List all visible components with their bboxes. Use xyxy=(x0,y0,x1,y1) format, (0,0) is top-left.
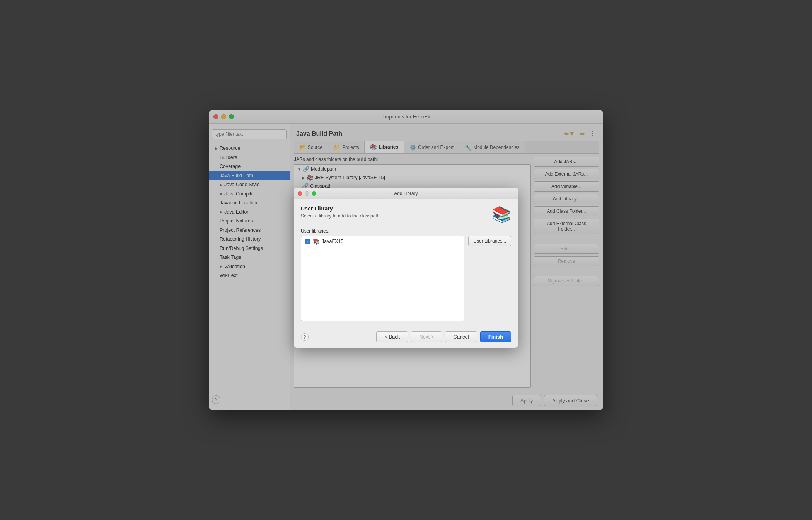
modal-titlebar-buttons xyxy=(298,191,316,196)
modal-min-button xyxy=(305,191,309,196)
checkbox-javafx15[interactable]: ✓ xyxy=(305,239,310,244)
modal-help-button[interactable]: ? xyxy=(301,333,309,341)
cancel-button[interactable]: Cancel xyxy=(445,331,477,342)
user-libraries-label: User libraries: xyxy=(301,228,511,234)
modal-section-desc: Select a library to add to the classpath… xyxy=(301,213,381,219)
main-window: Properties for HelloFX ▶ Resource Builde… xyxy=(209,110,603,410)
modal-title: Add Library xyxy=(394,191,418,196)
modal-footer: ? < Back Next > Cancel Finish xyxy=(294,327,518,348)
library-icon: 📚 xyxy=(492,205,511,224)
finish-button[interactable]: Finish xyxy=(480,331,511,342)
modal-backdrop: Add Library User Library Select a librar… xyxy=(209,110,603,410)
modal-body: User Library Select a library to add to … xyxy=(294,199,518,327)
modal-section-left: User Library Select a library to add to … xyxy=(301,205,381,219)
user-libraries-button[interactable]: User Libraries... xyxy=(468,236,511,246)
modal-section-header: User Library Select a library to add to … xyxy=(301,205,511,224)
modal-max-button[interactable] xyxy=(312,191,316,196)
javafx15-label: JavaFX15 xyxy=(322,239,343,244)
back-button[interactable]: < Back xyxy=(376,331,408,342)
modal-footer-left: ? xyxy=(301,333,309,341)
add-library-dialog: Add Library User Library Select a librar… xyxy=(294,188,518,348)
modal-list-wrap: ✓ 📚 JavaFX15 User Libraries... xyxy=(301,236,511,321)
modal-close-button[interactable] xyxy=(298,191,302,196)
javafx15-icon: 📚 xyxy=(313,238,319,245)
user-libraries-list: ✓ 📚 JavaFX15 xyxy=(301,236,464,321)
modal-titlebar: Add Library xyxy=(294,188,518,199)
list-item-javafx15[interactable]: ✓ 📚 JavaFX15 xyxy=(301,236,464,246)
next-button[interactable]: Next > xyxy=(411,331,442,342)
modal-section-title: User Library xyxy=(301,205,381,212)
modal-footer-right: < Back Next > Cancel Finish xyxy=(376,331,511,342)
